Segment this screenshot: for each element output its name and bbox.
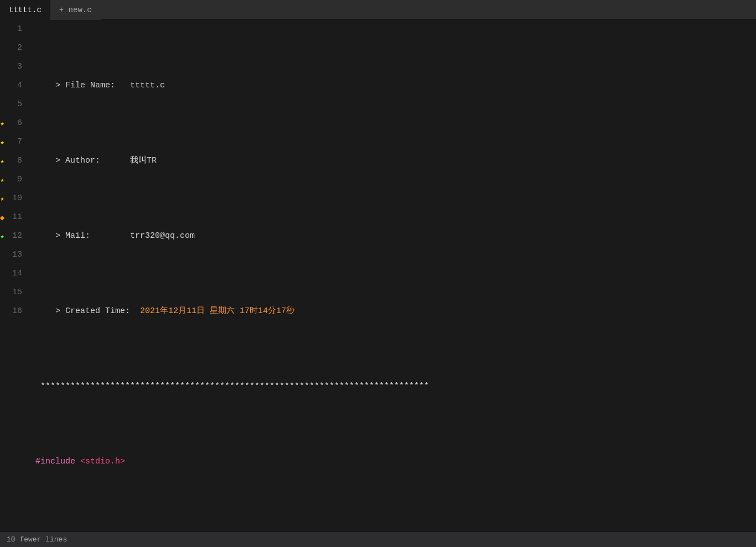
ln-6: 6: [4, 114, 27, 133]
line1-text: > File Name: ttttt.c: [35, 76, 165, 95]
ln-2: 2: [4, 39, 27, 58]
marker-6: ★: [0, 114, 4, 133]
line7-header: <stdlib.h>: [75, 528, 130, 532]
code-line-7: #include <stdlib.h>: [35, 528, 756, 532]
editor-area: ★ ★ ★ ★ ★ ◆ ★ 1 2 3 4 5 6 7 8 9 10 11 12…: [0, 20, 756, 532]
ln-3: 3: [4, 58, 27, 76]
marker-12: ★: [0, 227, 4, 246]
marker-11: ◆: [0, 208, 4, 227]
line6-header: <stdio.h>: [75, 452, 125, 471]
line4-datetime: 2021年12月11日 星期六 17时14分17秒: [140, 302, 294, 321]
marker-1: [0, 20, 4, 39]
marker-16: [0, 302, 4, 321]
left-markers: ★ ★ ★ ★ ★ ◆ ★: [0, 20, 4, 532]
marker-9: ★: [0, 170, 4, 189]
code-line-1: > File Name: ttttt.c: [35, 76, 756, 95]
ln-4: 4: [4, 76, 27, 95]
line4-prefix: > Created Time:: [35, 302, 140, 321]
marker-14: [0, 264, 4, 283]
line2-text: > Author: 我叫TR: [35, 152, 157, 170]
code-line-6: #include <stdio.h>: [35, 452, 756, 471]
code-line-4: > Created Time: 2021年12月11日 星期六 17时14分17…: [35, 302, 756, 321]
tab-label-inactive: + new.c: [59, 6, 92, 14]
ln-10: 10: [4, 189, 27, 208]
ln-5: 5: [4, 95, 27, 114]
marker-10: ★: [0, 189, 4, 208]
tab-label-active: ttttt.c: [9, 6, 42, 14]
code-content[interactable]: > File Name: ttttt.c > Author: 我叫TR > Ma…: [31, 20, 756, 532]
code-line-3: > Mail: trr320@qq.com: [35, 227, 756, 246]
tab-bar: ttttt.c + new.c: [0, 0, 756, 20]
marker-15: [0, 283, 4, 302]
line5-text: ****************************************…: [35, 377, 429, 396]
ln-14: 14: [4, 264, 27, 283]
marker-8: ★: [0, 152, 4, 170]
marker-3: [0, 58, 4, 76]
code-line-2: > Author: 我叫TR: [35, 152, 756, 170]
ln-12: 12: [4, 227, 27, 246]
ln-1: 1: [4, 20, 27, 39]
marker-2: [0, 39, 4, 58]
ln-7: 7: [4, 133, 27, 152]
line6-include: #include: [35, 452, 75, 471]
status-bar: 10 fewer lines: [0, 532, 756, 547]
ln-13: 13: [4, 246, 27, 264]
ln-15: 15: [4, 283, 27, 302]
ln-11: 11: [4, 208, 27, 227]
tab-ttttt-c[interactable]: ttttt.c: [0, 0, 50, 20]
code-line-5: ****************************************…: [35, 377, 756, 396]
marker-13: [0, 246, 4, 264]
line3-text: > Mail: trr320@qq.com: [35, 227, 195, 246]
line7-include: #include: [35, 528, 75, 532]
line-numbers: 1 2 3 4 5 6 7 8 9 10 11 12 13 14 15 16: [4, 20, 31, 532]
marker-7: ★: [0, 133, 4, 152]
ln-9: 9: [4, 170, 27, 189]
marker-5: [0, 95, 4, 114]
status-text: 10 fewer lines: [7, 535, 67, 544]
ln-16: 16: [4, 302, 27, 321]
ln-8: 8: [4, 152, 27, 170]
marker-4: [0, 76, 4, 95]
tab-new-c[interactable]: + new.c: [50, 0, 101, 20]
